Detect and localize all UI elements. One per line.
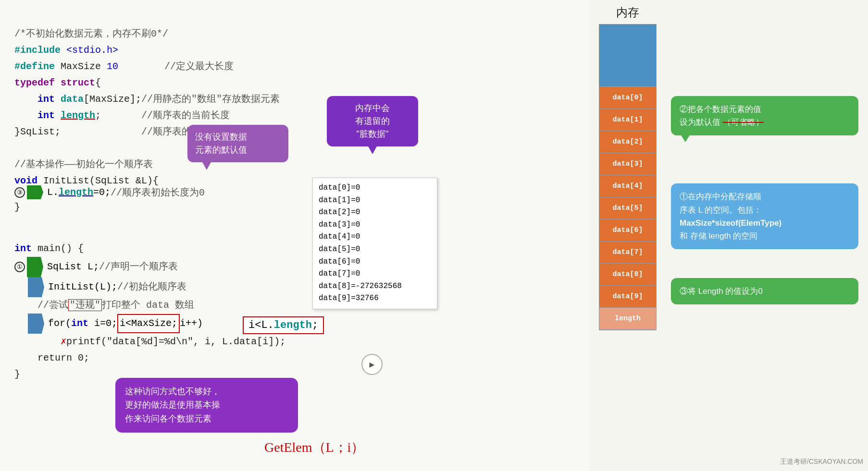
return-line: return 0; [14, 350, 575, 366]
code-block: /*不初始化数据元素，内存不刷0*/ #include <stdio.h> #d… [14, 10, 575, 189]
circle-1: ① [14, 262, 25, 272]
il-length-box: i<L.length; [243, 316, 324, 334]
bubble-dirty-tail [368, 145, 377, 154]
arrow-blue [28, 277, 44, 297]
mem-cell-8: data[8] [599, 264, 656, 286]
code-closing-brace: } [14, 199, 575, 216]
play-button[interactable]: ▶ [361, 354, 383, 375]
memory-title: 内存 [616, 5, 639, 20]
main-container: /*不初始化数据元素，内存不刷0*/ #include <stdio.h> #d… [0, 0, 868, 471]
arrow-green [27, 185, 43, 199]
data-output-popup: data[0]=0 data[1]=0 data[2]=0 data[3]=0 … [312, 178, 437, 309]
mem-cell-2: data[2] [599, 131, 656, 153]
circle-3: ③ [14, 187, 25, 198]
code-area: /*不初始化数据元素，内存不刷0*/ #include <stdio.h> #d… [0, 0, 589, 471]
mem-cell-3: data[3] [599, 153, 656, 175]
mem-cell-7: data[7] [599, 242, 656, 264]
memory-area: 内存 data[0] data[1] data[2] data[3] data[… [589, 0, 666, 471]
bubble-allocate: ①在内存中分配存储顺序表 L 的空间。包括：MaxSize*sizeof(Ele… [671, 183, 858, 249]
bubble-set-default: ②把各个数据元素的值设为默认值 （可省略） [671, 96, 858, 135]
printf-line: ✗printf("data[%d]=%d\n", i, L.data[i]); [14, 334, 575, 350]
mem-cell-top [599, 24, 656, 87]
right-panel: ②把各个数据元素的值设为默认值 （可省略） ①在内存中分配存储顺序表 L 的空间… [666, 0, 868, 471]
green-bubble-tail [681, 134, 690, 142]
sqlist-line: ① SqList L; //声明一个顺序表 [14, 257, 575, 277]
bubble-set-length: ③将 Length 的值设为0 [671, 278, 858, 304]
arrow-green2 [27, 257, 43, 277]
int-kw1: int [37, 94, 55, 105]
comment-line1: /*不初始化数据元素，内存不刷0*/ [14, 28, 168, 39]
int-kw2: int [37, 110, 55, 121]
handwritten-getelem: GetElem（L；i） [264, 438, 364, 457]
mem-cell-5: data[5] [599, 197, 656, 219]
include-line: #include [14, 45, 61, 56]
bubble-dirty: 内存中会有遗留的"脏数据" [327, 96, 418, 146]
typedef-kw: typedef [14, 77, 55, 88]
arrow-blue2 [28, 314, 44, 334]
i-lt-maxsize-box: i<MaxSize; [117, 314, 180, 333]
initlist-line: InitList(L); //初始化顺序表 [14, 277, 575, 297]
define-line: #define [14, 61, 55, 72]
line-length: ③ L.length=0; //顺序表初始长度为0 [14, 185, 575, 199]
mem-cell-length: length [599, 308, 656, 330]
bubble-tail [202, 161, 211, 170]
mem-cell-4: data[4] [599, 175, 656, 197]
bubble-no-default: 没有设置数据元素的默认值 [187, 125, 288, 162]
comment-violation: //尝试"违规"打印整个 data 数组 [14, 297, 575, 314]
mem-cell-9: data[9] [599, 286, 656, 308]
main-func: int main() { [14, 224, 575, 257]
mem-cell-6: data[6] [599, 219, 656, 242]
memory-block: data[0] data[1] data[2] data[3] data[4] … [599, 24, 657, 330]
mem-cell-1: data[1] [599, 109, 656, 131]
mem-cell-0: data[0] [599, 87, 656, 109]
bubble-better-way: 这种访问方式也不够好，更好的做法是使用基本操作来访问各个数据元素 [115, 378, 298, 433]
